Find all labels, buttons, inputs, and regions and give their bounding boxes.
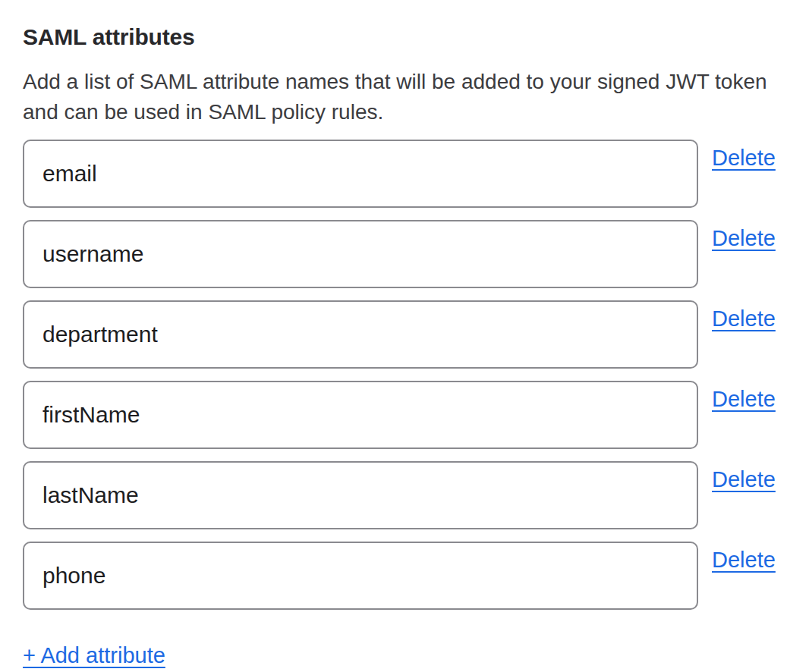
delete-link[interactable]: Delete — [712, 467, 776, 492]
attribute-name-input[interactable] — [23, 461, 698, 529]
add-attribute-link[interactable]: + Add attribute — [23, 643, 165, 668]
delete-link[interactable]: Delete — [712, 548, 776, 573]
attribute-name-input[interactable] — [23, 542, 698, 610]
attribute-row: Delete — [23, 140, 809, 208]
attribute-name-input[interactable] — [23, 381, 698, 449]
attribute-row: Delete — [23, 220, 809, 288]
delete-link[interactable]: Delete — [712, 226, 776, 251]
attribute-name-input[interactable] — [23, 140, 698, 208]
section-title: SAML attributes — [23, 23, 809, 52]
delete-link[interactable]: Delete — [712, 146, 776, 171]
delete-link[interactable]: Delete — [712, 387, 776, 412]
attribute-row: Delete — [23, 300, 809, 369]
delete-link[interactable]: Delete — [712, 306, 776, 331]
attribute-name-input[interactable] — [23, 300, 698, 369]
section-description: Add a list of SAML attribute names that … — [23, 67, 782, 127]
attribute-row: Delete — [23, 381, 809, 449]
attribute-row: Delete — [23, 542, 809, 610]
attribute-row: Delete — [23, 461, 809, 529]
saml-attributes-section: SAML attributes Add a list of SAML attri… — [0, 0, 809, 668]
saml-attributes-page: { "section": { "title": "SAML attributes… — [0, 0, 809, 672]
attribute-name-input[interactable] — [23, 220, 698, 288]
